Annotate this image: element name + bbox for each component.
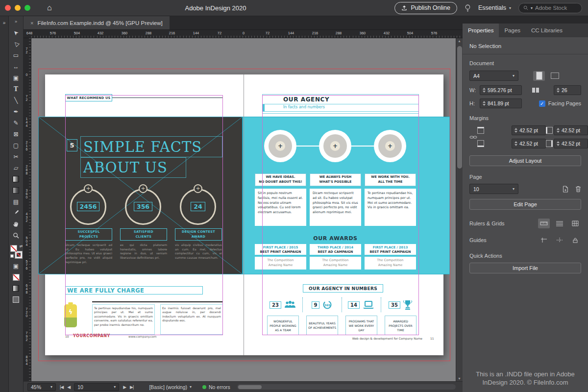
link-margins-button[interactable] [469, 134, 477, 140]
hand-tool[interactable] [9, 219, 23, 230]
pencil-tool[interactable]: ✎ [9, 117, 23, 128]
type-tool[interactable]: T [9, 83, 23, 95]
feature-label-frame[interactable]: WE HAVE IDEAS. NO DOUBT ABOUT THIS! [255, 173, 306, 186]
vertical-ruler[interactable]: 72 0 72 144 216 288 360 432 504 576 648 … [24, 38, 31, 381]
recommend-tag-frame[interactable]: WHAT RECOMMEND US [65, 94, 112, 101]
feature-body-frame[interactable]: Dicam recteque scripserit ad sit. Eu hab… [310, 189, 361, 226]
preflight-status[interactable]: No errors [202, 384, 230, 390]
gradient-feather-tool[interactable] [9, 185, 23, 196]
document-grid-button[interactable] [569, 219, 581, 228]
charge-column-1[interactable]: Te pertinax repudiandae his, numquam pri… [92, 304, 155, 335]
add-page-icon[interactable] [563, 186, 568, 193]
landscape-orientation-button[interactable] [549, 71, 561, 81]
margin-inside-field[interactable]: 42.52 pt [554, 125, 588, 135]
formatting-affects-container-button[interactable]: ▣ [9, 260, 23, 271]
maximize-window-button[interactable] [24, 5, 30, 11]
number-label-frame[interactable]: BEAUTIFUL YEARS OF ACHIEVEMENTS [306, 316, 338, 335]
title-frame-line1[interactable]: SIMPLE FACTS [80, 136, 222, 157]
rectangle-frame-tool[interactable]: ⊠ [9, 128, 23, 140]
lock-guides-button[interactable] [569, 235, 581, 245]
gradient-tool[interactable] [9, 173, 23, 185]
margin-top-field[interactable]: 42.52 pt [512, 125, 546, 135]
award-frame[interactable]: THIRD PLACE / 2014 BEST AD CAMPAIGN [310, 244, 361, 255]
award-frame[interactable]: FIRST PLACE / 2013 BEST PRINT CAMPAIGN [365, 244, 416, 255]
number-label-frame[interactable]: PROGRAMS THAT WE WORK EVERY DAY [345, 316, 377, 335]
charge-heading-frame[interactable]: WE ARE FULLY CHARGE [65, 286, 203, 294]
zoom-level-dropdown[interactable]: 45% ▾ [27, 383, 56, 391]
horizontal-scroll-thumb[interactable] [238, 385, 262, 389]
page-tool[interactable]: ▭ [9, 49, 23, 61]
show-rulers-button[interactable] [538, 219, 550, 228]
default-fill-stroke-icon[interactable] [10, 254, 14, 258]
free-transform-tool[interactable]: ▱ [9, 162, 23, 173]
numbers-heading-frame[interactable]: OUR AGENCY IN NUMBERS [303, 284, 383, 293]
scroll-down-icon[interactable]: ▼ [456, 377, 463, 380]
home-icon[interactable]: ⌂ [47, 3, 52, 12]
last-page-button[interactable]: ▶| [130, 385, 133, 390]
preflight-profile-menu[interactable]: [Basic] (working) ▾ [149, 384, 192, 390]
direct-selection-tool[interactable]: ▷ [9, 38, 23, 49]
pasteboard[interactable]: WHAT RECOMMEND US 5 SIMPLE FACTS ABOUT U… [31, 38, 456, 381]
width-field[interactable]: 595.276 pt [480, 85, 522, 95]
line-tool[interactable]: ╲ [9, 95, 23, 106]
zoom-tool[interactable] [9, 230, 23, 241]
feature-body-frame[interactable]: Sit in populo nostrum facilisis, mei nul… [255, 189, 306, 226]
number-label-frame[interactable]: WONDERFUL PEOPLE WORKING AS A TEAM [267, 316, 299, 335]
delete-page-icon[interactable] [575, 186, 581, 193]
tab-properties[interactable]: Properties [463, 24, 499, 37]
document-spread[interactable]: WHAT RECOMMEND US 5 SIMPLE FACTS ABOUT U… [45, 74, 443, 355]
feature-label-frame[interactable]: WE WORK WITH YOU. ALL THE TIME [365, 173, 416, 186]
document-tab[interactable]: × FileInfo.com Example.indd @ 45% [GPU P… [24, 16, 170, 29]
stat-value-frame[interactable]: 356 [130, 201, 156, 212]
next-page-button[interactable]: ▶ [123, 385, 126, 390]
gap-tool[interactable]: ↔ [9, 61, 23, 72]
selection-tool[interactable]: ➤ [9, 27, 23, 38]
stat-label-frame[interactable]: SUCCESFUL PROJECTS [65, 228, 112, 241]
close-window-button[interactable] [5, 5, 11, 11]
show-guides-button[interactable] [538, 235, 550, 245]
battery-icon[interactable]: ϟ [64, 304, 77, 327]
horizontal-ruler[interactable]: 648 576 504 432 360 288 216 144 72 0 72 … [24, 30, 463, 38]
number-stat[interactable]: 23 [267, 296, 299, 314]
first-page-button[interactable]: |◀ [60, 385, 63, 390]
stepper-icon[interactable] [483, 99, 486, 107]
stat-value-frame[interactable]: 2456 [75, 201, 101, 212]
number-stat[interactable]: 14 [345, 296, 377, 314]
swap-fill-stroke-icon[interactable]: ⇄ [20, 244, 23, 248]
vertical-scrollbar[interactable]: ▲ ▼ [456, 38, 463, 381]
charge-column-2[interactable]: Ex inermis fuisset deserunt pro, mel aug… [160, 304, 223, 335]
minimize-window-button[interactable] [15, 5, 21, 11]
apply-gradient-button[interactable] [9, 283, 23, 294]
workspace-switcher[interactable]: Essentials ▾ [478, 4, 511, 11]
close-tab-icon[interactable]: × [30, 20, 33, 26]
smart-guides-button[interactable] [554, 235, 565, 245]
publish-online-button[interactable]: Publish Online [394, 2, 457, 14]
vertical-scroll-thumb[interactable] [457, 46, 462, 169]
stat-value-frame[interactable]: 24 [185, 201, 211, 212]
stepper-icon[interactable] [557, 86, 560, 94]
note-tool[interactable]: ▤ [9, 196, 23, 207]
stat-label-frame[interactable]: SATISFIED CLIENTS [120, 228, 167, 241]
number-label-frame[interactable]: AWARDED PROJECTS OVER TIME [385, 316, 416, 335]
lightbulb-icon[interactable] [465, 4, 471, 12]
scroll-up-icon[interactable]: ▲ [456, 39, 463, 43]
competition-frame[interactable]: The Competition Amazing Name [310, 257, 361, 270]
fill-stroke-widget[interactable]: ⇄ [10, 245, 22, 258]
feature-body-frame[interactable]: Te pertinax repudiandae his, numquam pri… [365, 189, 416, 226]
award-frame[interactable]: FIRST PLACE / 2015 BEST PRINT CAMPAIGN [255, 244, 306, 255]
stat-body-text[interactable]: vis aliquip civibus moderatius an cum. E… [175, 243, 222, 268]
edit-page-button[interactable]: Edit Page [469, 199, 581, 210]
margin-bottom-field[interactable]: 42.52 pt [512, 139, 546, 148]
competition-frame[interactable]: The Competition Amazing Name [255, 257, 306, 270]
current-page-dropdown[interactable]: 10 ▾ [469, 184, 518, 194]
chapter-number-frame[interactable]: 5 [67, 139, 77, 151]
facing-pages-checkbox[interactable]: ✓ [539, 100, 545, 107]
portrait-orientation-button[interactable] [533, 71, 545, 81]
horizontal-scrollbar[interactable] [237, 384, 456, 390]
toolbar-collapse-icon[interactable]: » [15, 19, 17, 27]
awards-heading[interactable]: OUR AWARDS [255, 235, 416, 242]
title-frame-line2[interactable]: ABOUT US [80, 157, 186, 178]
expand-panels-icon[interactable]: » [3, 20, 6, 25]
competition-frame[interactable]: The Competition Amazing Name [365, 257, 416, 270]
apply-none-button[interactable] [9, 271, 23, 283]
